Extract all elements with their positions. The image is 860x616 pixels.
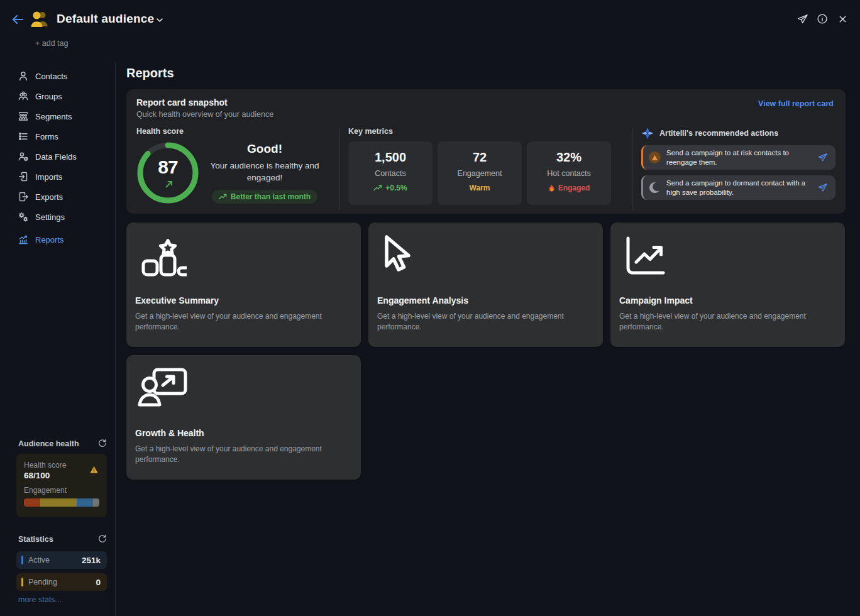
back-arrow-icon[interactable]: [10, 12, 25, 27]
audience-health-header: Audience health: [18, 439, 107, 448]
action-text: Send a campaign to at risk contacts to r…: [666, 148, 812, 167]
health-score-value: 68/100: [24, 471, 99, 480]
chart-growth-icon: [619, 231, 836, 287]
more-stats-link[interactable]: more stats...: [18, 595, 62, 604]
podium-star-icon: [135, 231, 352, 287]
send-icon[interactable]: [796, 13, 808, 25]
health-gauge-score: 87: [136, 157, 199, 178]
sparkle-logo-icon: [641, 127, 654, 140]
actions-section-label: Artitelli's recommended actions: [659, 129, 778, 138]
stat-row[interactable]: Pending 0: [16, 573, 107, 591]
metric-delta: +0.5%: [348, 184, 433, 192]
section-divider: [339, 127, 339, 210]
metric-label: Hot contacts: [527, 169, 611, 178]
report-card-snapshot: Report card snapshot Quick health overvi…: [126, 89, 846, 214]
metric-value: 72: [438, 150, 522, 165]
audience-avatar-icon: [29, 8, 50, 30]
info-icon[interactable]: [816, 13, 829, 25]
reports-icon: [18, 234, 29, 245]
data-fields-icon: [18, 151, 29, 162]
at-risk-warning-icon: [649, 151, 661, 163]
section-divider: [632, 127, 632, 210]
sidebar-item-label: Exports: [35, 192, 63, 202]
report-card-title: Executive Summary: [135, 295, 352, 305]
groups-icon: [18, 91, 29, 102]
report-card-description: Get a high-level view of your audience a…: [135, 444, 355, 465]
trend-up-icon: [219, 194, 227, 200]
metric-label: Engagement: [438, 169, 522, 178]
metric-card-hot-contacts: 32% Hot contacts Engaged: [527, 141, 611, 205]
close-icon[interactable]: [836, 13, 849, 25]
snapshot-title: Report card snapshot: [136, 97, 835, 107]
report-card-description: Get a high-level view of your audience a…: [619, 311, 839, 333]
sidebar-item-exports[interactable]: Exports: [0, 187, 115, 207]
sidebar-item-data-fields[interactable]: Data Fields: [0, 146, 115, 167]
report-card-campaign-impact[interactable]: Campaign Impact Get a high-level view of…: [610, 223, 845, 347]
report-card-description: Get a high-level view of your audience a…: [377, 311, 597, 333]
sidebar-item-groups[interactable]: Groups: [0, 86, 115, 106]
audience-title: Default audience: [57, 12, 154, 26]
trend-up-icon: [164, 179, 174, 192]
imports-icon: [18, 171, 29, 182]
stat-label: Active: [28, 556, 82, 564]
metric-card-contacts: 1,500 Contacts +0.5%: [348, 141, 433, 205]
sidebar-nav: Contacts Groups Segments Forms Data Fiel…: [0, 66, 115, 250]
cursor-icon: [377, 231, 594, 287]
sidebar-item-label: Forms: [35, 132, 58, 141]
sidebar-item-segments[interactable]: Segments: [0, 106, 115, 126]
trend-up-icon: [373, 185, 382, 191]
sidebar-item-label: Contacts: [35, 72, 67, 81]
sidebar-item-contacts[interactable]: Contacts: [0, 66, 115, 86]
stat-marker: [21, 578, 23, 586]
exports-icon: [18, 191, 29, 202]
health-badge: Better than last month: [212, 190, 317, 204]
report-card-growth-health[interactable]: Growth & Health Get a high-level view of…: [126, 355, 361, 480]
audience-health-card: Health score 68/100 Engagement: [16, 454, 107, 517]
sidebar-divider: [115, 63, 116, 616]
send-icon[interactable]: [817, 182, 828, 193]
metric-label: Contacts: [348, 169, 433, 178]
health-status: Good!: [202, 142, 328, 156]
chevron-down-icon[interactable]: [155, 15, 165, 25]
page-title: Reports: [126, 66, 174, 80]
key-metrics-section: Key metrics 1,500 Contacts +0.5% 72 Enga…: [348, 127, 623, 210]
recommended-actions-section: Artitelli's recommended actions Send a c…: [641, 127, 835, 210]
health-gauge: 87: [136, 141, 199, 204]
engagement-label: Engagement: [24, 486, 99, 495]
stat-marker: [21, 556, 23, 564]
sidebar-item-settings[interactable]: Settings: [0, 207, 115, 227]
stat-value: 0: [96, 578, 101, 587]
statistics-title: Statistics: [18, 535, 53, 544]
health-message: Your audience is healthy and engaged!: [202, 160, 328, 183]
metric-card-engagement: 72 Engagement Warm: [438, 141, 522, 205]
sidebar-item-label: Reports: [35, 235, 64, 245]
stat-label: Pending: [28, 578, 96, 586]
audience-health-title: Audience health: [18, 439, 79, 448]
sidebar-item-label: Segments: [35, 112, 72, 121]
sidebar-item-label: Data Fields: [35, 152, 77, 162]
refresh-icon[interactable]: [97, 439, 107, 448]
report-card-executive-summary[interactable]: Executive Summary Get a high-level view …: [126, 223, 361, 347]
action-item-dormant[interactable]: Send a campaign to dormant contact with …: [641, 175, 835, 200]
view-full-report-link[interactable]: View full report card: [758, 99, 834, 108]
statistics-header: Statistics: [18, 534, 107, 544]
settings-icon: [18, 211, 29, 223]
report-card-title: Growth & Health: [135, 428, 352, 438]
sidebar-item-reports[interactable]: Reports: [0, 229, 115, 250]
report-card-engagement-analysis[interactable]: Engagement Analysis Get a high-level vie…: [368, 223, 603, 347]
segments-icon: [18, 111, 29, 122]
moon-icon: [649, 182, 661, 194]
health-score-section: Health score 87 Good! Your audience is h…: [136, 127, 330, 210]
metric-value: 32%: [527, 150, 611, 165]
flame-icon: [548, 184, 555, 192]
presenter-chart-icon: [135, 364, 352, 419]
refresh-icon[interactable]: [97, 534, 107, 544]
action-item-at-risk[interactable]: Send a campaign to at risk contacts to r…: [641, 145, 835, 170]
health-score-label: Health score: [24, 461, 99, 470]
stat-row[interactable]: Active 251k: [16, 551, 107, 569]
sidebar-item-forms[interactable]: Forms: [0, 126, 115, 146]
sidebar-item-imports[interactable]: Imports: [0, 167, 115, 187]
metric-delta: Engaged: [527, 184, 611, 192]
add-tag-button[interactable]: + add tag: [35, 39, 68, 48]
send-icon[interactable]: [817, 152, 828, 163]
